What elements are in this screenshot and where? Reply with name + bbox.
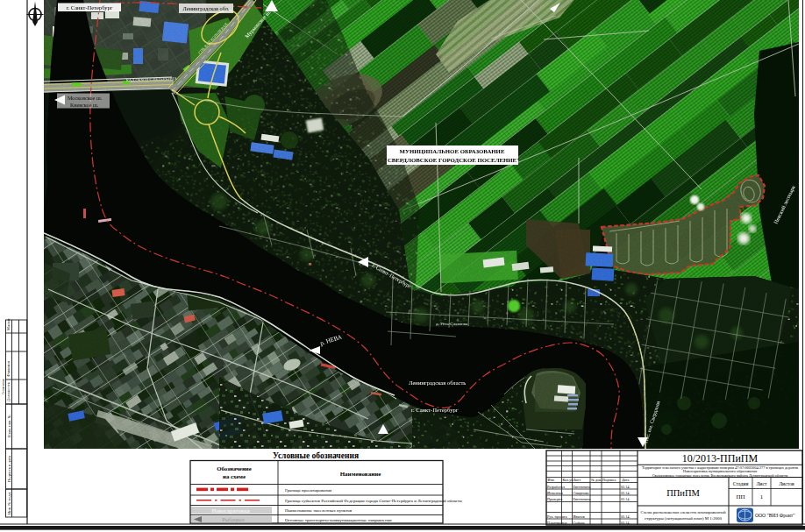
svg-text:10/2013-ППиПМ: 10/2013-ППиПМ xyxy=(682,452,759,465)
svg-text:Граница субъектов Российской Ф: Граница субъектов Российской Федерации г… xyxy=(285,499,462,503)
svg-text:1: 1 xyxy=(760,493,764,500)
svg-text:Ленинградская обл.: Ленинградская обл. xyxy=(183,5,230,11)
svg-text:ООО "ВИЗ Фронт": ООО "ВИЗ Фронт" xyxy=(755,513,795,518)
svg-text:Московское ш.: Московское ш. xyxy=(68,95,103,101)
svg-text:Евстюнина: Евстюнина xyxy=(573,497,591,501)
svg-text:Стадия: Стадия xyxy=(733,481,749,486)
svg-text:Смирнова: Смирнова xyxy=(573,491,589,495)
svg-text:г. Санкт-Петербург: г. Санкт-Петербург xyxy=(411,407,459,413)
svg-text:Евстюнина: Евстюнина xyxy=(573,485,591,489)
svg-text:Листов: Листов xyxy=(779,481,794,486)
svg-text:Инв. № подл.: Инв. № подл. xyxy=(7,492,11,514)
svg-text:Условные обозначения: Условные обозначения xyxy=(273,451,359,460)
svg-text:Наименование: Наименование xyxy=(340,471,381,478)
svg-text:Обозначение: Обозначение xyxy=(217,465,251,472)
svg-text:Основные транспортно-коммуника: Основные транспортно-коммуникационные на… xyxy=(285,518,392,522)
svg-text:№ док.: № док. xyxy=(591,478,602,482)
svg-text:Согласовано: Согласовано xyxy=(2,379,5,394)
svg-text:Проверил: Проверил xyxy=(547,497,562,501)
svg-text:Схема расположения элемента пл: Схема расположения элемента планировочно… xyxy=(640,510,726,514)
svg-text:Н.контролер: Н.контролер xyxy=(547,521,566,525)
svg-text:структуры (ситуационный план): структуры (ситуационный план) М 1:2000 xyxy=(645,516,722,521)
svg-text:Наименование населенных пункто: Наименование населенных пунктов xyxy=(285,508,353,513)
svg-text:Подпись и дата: Подпись и дата xyxy=(7,456,11,482)
svg-text:д. Усть-Славянка: д. Усть-Славянка xyxy=(436,322,468,326)
svg-text:Рыбацкое: Рыбацкое xyxy=(222,516,245,522)
svg-text:Изм.: Изм. xyxy=(548,478,555,482)
svg-text:Лист: Лист xyxy=(573,478,581,482)
svg-text:Иванов: Иванов xyxy=(573,514,585,519)
svg-text:Кол.уч: Кол.уч xyxy=(563,478,573,482)
svg-text:ПП: ПП xyxy=(736,493,744,500)
svg-text:Взам. инв. №: Взам. инв. № xyxy=(7,414,11,437)
svg-text:Ленинградская область: Ленинградская область xyxy=(409,379,466,386)
svg-text:Соболь: Соболь xyxy=(573,521,585,525)
svg-text:Граница проектирования: Граница проектирования xyxy=(285,488,332,493)
svg-text:03.14.: 03.14. xyxy=(621,491,630,495)
svg-text:03.14.: 03.14. xyxy=(621,514,630,519)
svg-text:03.14.: 03.14. xyxy=(621,497,630,501)
svg-text:Свердловское городское поселен: Свердловское городское поселение Всеволо… xyxy=(652,473,788,478)
svg-text:Новосаратовка: Новосаратовка xyxy=(211,507,250,514)
svg-text:"СВЕРДЛОВСКОЕ ГОРОДСКОЕ ПОСЕЛЕ: "СВЕРДЛОВСКОЕ ГОРОДСКОЕ ПОСЕЛЕНИЕ" xyxy=(384,157,520,163)
svg-text:на схеме: на схеме xyxy=(223,473,246,479)
svg-text:Разработал: Разработал xyxy=(547,485,565,489)
svg-text:Фамилия: Фамилия xyxy=(6,360,11,377)
svg-text:Подпись: Подпись xyxy=(602,478,616,482)
svg-text:Киевское ш.: Киевское ш. xyxy=(70,102,99,108)
svg-text:ППиПМ: ППиПМ xyxy=(666,488,700,498)
svg-text:Рук. проекта: Рук. проекта xyxy=(547,514,567,519)
svg-text:МУНИЦИПАЛЬНОЕ ОБРАЗОВАНИЕ: МУНИЦИПАЛЬНОЕ ОБРАЗОВАНИЕ xyxy=(400,148,505,154)
svg-text:Должность: Должность xyxy=(6,382,11,401)
svg-text:г. Санкт-Петербург: г. Санкт-Петербург xyxy=(67,4,113,11)
svg-text:03.14.: 03.14. xyxy=(621,485,630,489)
svg-text:Исполнил: Исполнил xyxy=(547,491,563,495)
svg-text:03.14.: 03.14. xyxy=(621,521,630,525)
svg-text:Дата: Дата xyxy=(622,478,629,482)
svg-text:Масшт.: Масшт. xyxy=(6,317,11,330)
svg-text:Лист: Лист xyxy=(756,481,767,486)
